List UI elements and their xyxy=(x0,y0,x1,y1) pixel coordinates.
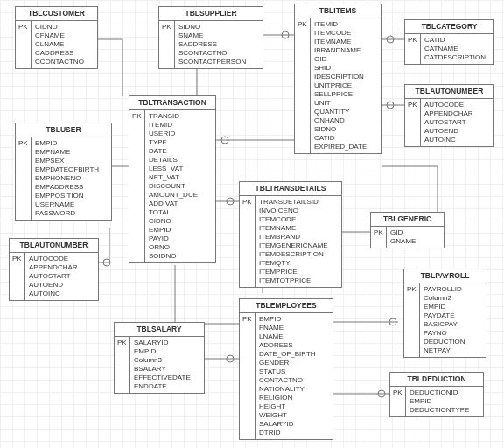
column: IBRANDNAME xyxy=(314,46,377,55)
columns: AUTOCODEAPPENDCHARAUTOSTARTAUTOENDAUTOIN… xyxy=(25,253,98,300)
column: AMOUNT_DUE xyxy=(149,191,212,200)
column: RELIGION xyxy=(259,394,329,402)
column: SALARYID xyxy=(134,339,200,347)
column: APPENDCHAR xyxy=(29,263,94,272)
column: CCONTACTNO xyxy=(35,58,94,66)
column: CONTACTNO xyxy=(259,376,329,385)
column: SIDNO xyxy=(178,23,259,32)
entity-title: TBLPAYROLL xyxy=(404,270,486,284)
entity-tblitems: TBLITEMSPKITEMIDITEMCODEITEMNAMEIBRANDNA… xyxy=(294,4,382,154)
columns: TRANSDETAILSIDINVOICENOITEMCODEITEMNAMEI… xyxy=(256,196,341,287)
column: GNAME xyxy=(390,237,440,246)
column: EMPID xyxy=(259,315,329,324)
entity-title: TBLCUSTOMER xyxy=(16,7,97,21)
column: TYPE xyxy=(149,138,212,147)
erd-canvas: TBLCUSTOMERPKCIDNOCFNAMECLNAMECADDRESSCC… xyxy=(0,0,504,448)
column: ITEMPRICE xyxy=(259,268,338,276)
pk-column: PK xyxy=(371,227,387,248)
column: SELLPRICE xyxy=(314,90,377,99)
entity-title: TBLSUPPLIER xyxy=(159,7,262,21)
column: TOTAL xyxy=(149,208,212,217)
pk-column: PK xyxy=(159,21,175,68)
column: PAYROLLID xyxy=(424,285,482,294)
pk-label: PK xyxy=(407,285,416,294)
columns: GIDGNAME xyxy=(387,227,444,248)
columns: EMPIDFNAMELNAMEADDRESSDATE_OF_BIRTHGENDE… xyxy=(256,313,332,439)
pk-label: PK xyxy=(162,23,172,32)
column: SHID xyxy=(314,64,377,73)
column: PAYID xyxy=(149,234,212,243)
entity-tblemployees: TBLEMPLOYEESPKEMPIDFNAMELNAMEADDRESSDATE… xyxy=(239,298,333,440)
column: CIDNO xyxy=(35,23,94,32)
entity-tblcustomer: TBLCUSTOMERPKCIDNOCFNAMECLNAMECADDRESSCC… xyxy=(15,6,98,69)
column: ORNO xyxy=(149,243,212,252)
column: UNIT xyxy=(314,99,377,108)
column: SOIDNO xyxy=(149,252,212,261)
column: ITEMID xyxy=(149,121,212,130)
column: HEIGHT xyxy=(259,402,329,411)
pk-column: PK xyxy=(390,387,406,416)
column: GENDER xyxy=(259,359,329,368)
column: AUTOINC xyxy=(29,290,94,298)
column: EMPHONENO xyxy=(35,174,108,183)
columns: TRANSIDITEMIDUSERIDTYPEDATEDETAILSLESS_V… xyxy=(145,110,215,262)
svg-point-1 xyxy=(387,36,394,43)
column: USERID xyxy=(149,130,212,138)
column: BSALARY xyxy=(134,365,200,374)
column: NET_VAT xyxy=(149,173,212,182)
pk-label: PK xyxy=(132,112,142,121)
pk-column: PK xyxy=(405,99,421,146)
column: DTRID xyxy=(259,429,329,438)
column: AUTOEND xyxy=(424,127,490,136)
entity-tblautonumber2: TBLAUTONUMBERPKAUTOCODEAPPENDCHARAUTOSTA… xyxy=(404,84,494,147)
column: WEIGHT xyxy=(259,411,329,420)
columns: CATIDCATNAMECATDESCRIPTION xyxy=(421,34,494,64)
column: TRANSDETAILSID xyxy=(259,198,338,206)
pk-label: PK xyxy=(18,23,28,32)
entity-title: TBLITEMS xyxy=(295,4,381,18)
column: ITEMBRAND xyxy=(259,233,338,242)
column: CFNAME xyxy=(35,32,94,40)
column: CIDNO xyxy=(149,217,212,226)
column: PAYNO xyxy=(424,329,482,338)
column: ITEMGENERICNAME xyxy=(259,242,338,250)
pk-label: PK xyxy=(298,20,307,29)
column: NETPAY xyxy=(424,346,482,355)
pk-label: PK xyxy=(12,255,22,263)
entity-tbltransaction: TBLTRANSACTIONPKTRANSIDITEMIDUSERIDTYPED… xyxy=(129,95,216,263)
column: DETAILS xyxy=(149,156,212,164)
pk-column: PK xyxy=(295,18,311,153)
column: TRANSID xyxy=(149,112,212,121)
columns: SIDNOSNAMESADDRESSSCONTACTNOSCONTACTPERS… xyxy=(175,21,262,68)
column: PAYDATE xyxy=(424,312,482,320)
column: ITEMCODE xyxy=(314,29,377,38)
svg-point-2 xyxy=(387,102,394,108)
entity-title: TBLCATEGORY xyxy=(405,20,494,34)
column: AUTOEND xyxy=(29,281,94,290)
pk-column: PK xyxy=(405,34,421,64)
column: SCONTACTPERSON xyxy=(178,58,259,66)
entity-tblcategory: TBLCATEGORYPKCATIDCATNAMECATDESCRIPTION xyxy=(404,19,494,65)
columns: DEDUCTIONIDEMPIDDEDUCTIONTYPE xyxy=(406,387,483,416)
column: EMPDATEOFBIRTH xyxy=(35,165,108,174)
column: ONHAND xyxy=(314,116,377,125)
column: CATDESCRIPTION xyxy=(424,53,490,62)
column: IDESCRIPTION xyxy=(314,73,377,81)
entity-title: TBLUSER xyxy=(16,123,111,137)
pk-label: PK xyxy=(374,228,383,237)
column: EXPIRED_DATE xyxy=(314,143,377,151)
column: GID xyxy=(390,228,440,237)
columns: ITEMIDITEMCODEITEMNAMEIBRANDNAMEGIDSHIDI… xyxy=(311,18,381,153)
column: FNAME xyxy=(259,324,329,332)
column: AUTOSTART xyxy=(424,118,490,127)
pk-column: PK xyxy=(240,196,256,287)
column: DATE xyxy=(149,147,212,156)
column: AUTOCODE xyxy=(29,255,94,263)
pk-label: PK xyxy=(408,36,417,45)
column: LESS_VAT xyxy=(149,164,212,173)
pk-column: PK xyxy=(240,313,256,439)
column: SNAME xyxy=(178,32,259,40)
column: ENDDATE xyxy=(134,382,200,391)
pk-column: PK xyxy=(10,253,25,300)
column: EMPID xyxy=(149,226,212,234)
